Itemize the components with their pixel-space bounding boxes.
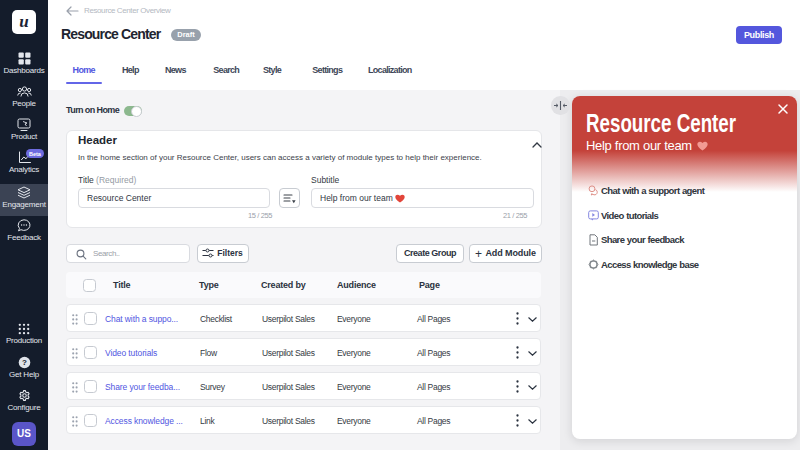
svg-text:?: ?	[22, 358, 27, 367]
